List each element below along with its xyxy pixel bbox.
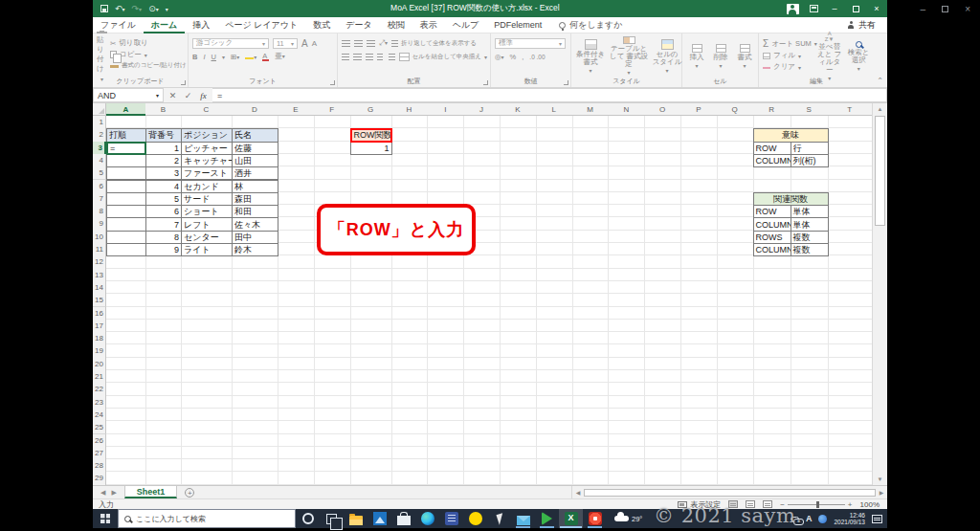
cell-A9[interactable]	[106, 217, 146, 231]
column-header-H[interactable]: H	[391, 103, 429, 116]
column-header-Q[interactable]: Q	[717, 103, 754, 116]
column-header-F[interactable]: F	[314, 103, 351, 116]
ime-indicator[interactable]: A	[806, 514, 813, 523]
row-header-21[interactable]: 21	[93, 370, 106, 384]
cell-C2[interactable]: ポジション	[181, 128, 233, 142]
font-color-icon[interactable]: A	[262, 52, 269, 61]
cell-R7[interactable]: 関連関数	[753, 192, 829, 206]
undo-button[interactable]: ↶▾	[115, 4, 125, 13]
cell-R2[interactable]: 意味	[753, 128, 829, 142]
scroll-up-icon[interactable]: ▲	[873, 103, 887, 115]
cell-G2[interactable]: ROW関数	[350, 128, 392, 142]
fill-color-icon[interactable]: ▾	[245, 53, 256, 61]
row-header-3[interactable]: 3	[93, 142, 106, 155]
clear-button[interactable]: クリア▾	[763, 62, 813, 72]
align-right-icon[interactable]	[366, 54, 373, 60]
wrap-text-button[interactable]: 折り返して全体を表示する	[391, 39, 477, 48]
close-button[interactable]: ×	[866, 0, 887, 17]
cell-R3[interactable]: ROW	[753, 142, 791, 155]
cell-B4[interactable]: 2	[145, 154, 182, 167]
align-left-icon[interactable]	[342, 54, 349, 60]
column-header-G[interactable]: G	[350, 103, 392, 116]
tab-挿入[interactable]: 挿入	[185, 17, 217, 33]
cell-C4[interactable]: キャッチャー	[181, 154, 233, 167]
underline-button[interactable]: U	[212, 53, 216, 61]
cancel-entry-button[interactable]: ✕	[166, 91, 180, 100]
cell-D5[interactable]: 酒井	[232, 166, 278, 180]
cell-A8[interactable]	[106, 205, 146, 218]
save-icon[interactable]	[100, 5, 108, 12]
column-header-K[interactable]: K	[500, 103, 537, 116]
sort-filter-button[interactable]: AZ▼並べ替えと フィルター▾	[815, 36, 843, 77]
copy-button[interactable]: コピー▾	[110, 50, 187, 59]
cell-D4[interactable]: 山田	[232, 154, 278, 167]
cell-R4[interactable]: COLUMN	[753, 154, 791, 167]
cell-A5[interactable]	[106, 166, 146, 180]
cell-R9[interactable]: COLUMN	[753, 217, 791, 231]
cell-D9[interactable]: 佐々木	[232, 217, 278, 231]
align-top-icon[interactable]	[342, 40, 350, 47]
row-header-27[interactable]: 27	[93, 447, 106, 460]
name-box-dropdown-icon[interactable]: ▾	[156, 92, 159, 99]
taskbar-search[interactable]: ここに入力して検索	[118, 509, 296, 528]
vertical-scrollbar[interactable]: ▲ ▼	[872, 103, 887, 485]
scroll-right-icon[interactable]: ▶	[878, 489, 885, 496]
confirm-entry-button[interactable]: ✓	[181, 91, 195, 100]
scroll-left-icon[interactable]: ◀	[574, 489, 582, 496]
touch-mode-button[interactable]: ⊙▾	[148, 4, 159, 13]
column-header-C[interactable]: C	[181, 103, 233, 116]
outer-minimize-button[interactable]: –	[921, 4, 926, 14]
cell-B9[interactable]: 7	[145, 217, 182, 231]
cell-D8[interactable]: 和田	[232, 205, 278, 218]
increase-font-icon[interactable]: A	[301, 38, 308, 49]
italic-button[interactable]: I	[203, 53, 205, 61]
cell-D3[interactable]: 佐藤	[232, 142, 278, 155]
column-header-P[interactable]: P	[680, 103, 718, 116]
row-header-15[interactable]: 15	[93, 294, 106, 307]
taskbar-icon-cortana[interactable]	[296, 509, 320, 528]
vertical-scroll-thumb[interactable]	[875, 116, 885, 226]
row-header-11[interactable]: 11	[93, 243, 106, 256]
taskbar-icon-file-explorer[interactable]	[344, 509, 368, 528]
delete-cells-button[interactable]: 削除▾	[714, 36, 728, 77]
cell-C8[interactable]: ショート	[181, 205, 233, 218]
column-header-I[interactable]: I	[427, 103, 464, 116]
cell-A11[interactable]	[106, 243, 146, 256]
orientation-icon[interactable]: ⤢▾	[379, 38, 388, 48]
tab-PDFelement[interactable]: PDFelement	[486, 17, 549, 33]
format-cells-button[interactable]: 書式▾	[738, 36, 752, 77]
insert-cells-button[interactable]: 挿入▾	[690, 36, 704, 77]
tell-me-box[interactable]: 何をしますか	[559, 19, 622, 32]
row-header-5[interactable]: 5	[93, 166, 106, 180]
taskbar-icon-photos[interactable]	[368, 509, 391, 528]
number-format-select[interactable]: 標準▾	[495, 38, 566, 49]
redo-button[interactable]: ↷▾	[132, 4, 143, 13]
sheet-tab-sheet1[interactable]: Sheet1	[124, 486, 178, 498]
tab-ホーム[interactable]: ホーム	[144, 17, 185, 33]
cell-B2[interactable]: 背番号	[145, 128, 182, 142]
cell-D2[interactable]: 氏名	[232, 128, 278, 142]
share-button[interactable]: 共有	[847, 19, 887, 32]
cell-D7[interactable]: 森田	[232, 192, 278, 206]
cell-A6[interactable]	[106, 180, 146, 193]
cell-B11[interactable]: 9	[145, 243, 182, 256]
tray-app-icon[interactable]	[818, 515, 827, 523]
taskbar-icon-cursor[interactable]	[487, 509, 511, 528]
row-header-12[interactable]: 12	[93, 255, 106, 269]
align-center-icon[interactable]	[353, 54, 361, 60]
row-header-13[interactable]: 13	[93, 269, 106, 282]
tab-ヘルプ[interactable]: ヘルプ	[445, 17, 487, 33]
restore-button[interactable]	[845, 0, 866, 17]
decrease-indent-icon[interactable]	[377, 54, 383, 60]
sheet-next-icon[interactable]: ▶	[111, 489, 116, 497]
tab-データ[interactable]: データ	[338, 17, 379, 33]
font-size-select[interactable]: 11▾	[273, 38, 298, 49]
cell-C7[interactable]: サード	[181, 192, 233, 206]
cell-B6[interactable]: 4	[145, 180, 182, 193]
outer-close-button[interactable]: ×	[965, 4, 970, 14]
taskbar-icon-edge[interactable]	[415, 509, 439, 528]
taskbar-icon-excel[interactable]	[559, 509, 583, 528]
cell-S8[interactable]: 単体	[791, 205, 829, 218]
column-header-B[interactable]: B	[145, 103, 182, 116]
row-header-20[interactable]: 20	[93, 358, 106, 371]
